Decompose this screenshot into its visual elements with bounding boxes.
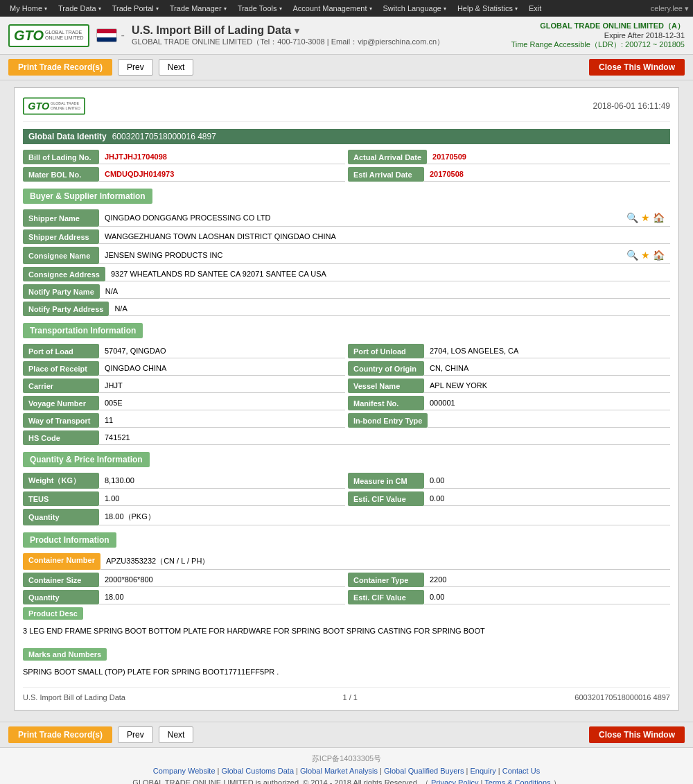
notify-party-address-label: Notify Party Address	[23, 302, 109, 316]
print-button-bottom[interactable]: Print Trade Record(s)	[8, 726, 112, 743]
footer-company-website[interactable]: Company Website	[153, 767, 216, 775]
transportation-section: Transportation Information Port of Load …	[23, 323, 670, 445]
notify-party-name-label: Notify Party Name	[23, 284, 100, 299]
container-size-field: Container Size 2000*806*800	[23, 573, 345, 587]
next-button-bottom[interactable]: Next	[159, 726, 194, 743]
shipper-star-icon[interactable]: ★	[641, 212, 650, 223]
shipper-search-icon[interactable]: 🔍	[626, 212, 638, 223]
site-footer: 苏ICP备14033305号 Company Website | Global …	[0, 747, 693, 784]
mater-bol-row: Mater BOL No. CMDUQDJH014973 Esti Arriva…	[23, 167, 670, 182]
measure-cm-label: Measure in CM	[348, 473, 424, 489]
close-button-bottom[interactable]: Close This Window	[589, 726, 685, 743]
port-of-unload-value: 2704, LOS ANGELES, CA	[424, 344, 670, 358]
port-of-load-value: 57047, QINGDAO	[99, 344, 345, 358]
container-number-row: Container Number APZU3353232（CN / L / PH…	[23, 553, 670, 570]
bol-row: Bill of Lading No. JHJTJHJ1704098 Actual…	[23, 150, 670, 164]
footer-enquiry[interactable]: Enquiry	[470, 767, 495, 775]
nav-help-statistics[interactable]: Help & Statistics ▾	[452, 0, 523, 17]
nav-switch-language[interactable]: Switch Language ▾	[378, 0, 452, 17]
voyage-manifest-row: Voyage Number 005E Manifest No. 000001	[23, 396, 670, 410]
voyage-number-label: Voyage Number	[23, 396, 99, 410]
footer-global-market-analysis[interactable]: Global Market Analysis	[300, 767, 378, 775]
notify-party-name-row: Notify Party Name N/A	[23, 284, 670, 299]
page-title: U.S. Import Bill of Lading Data ▾	[132, 24, 504, 37]
inbond-entry-type-label: In-bond Entry Type	[348, 413, 428, 428]
place-of-receipt-field: Place of Receipt QINGDAO CHINA	[23, 361, 345, 376]
time-range: Time Range Accessible（LDR）: 200712 ~ 201…	[511, 40, 685, 50]
nav-exit[interactable]: Exit	[523, 0, 547, 17]
footer-global-qualified-buyers[interactable]: Global Qualified Buyers	[384, 767, 464, 775]
port-load-unload-row: Port of Load 57047, QINGDAO Port of Unlo…	[23, 344, 670, 358]
close-button-top[interactable]: Close This Window	[589, 59, 685, 76]
hs-code-label: HS Code	[23, 430, 99, 445]
nav-account-management-arrow: ▾	[369, 6, 372, 12]
shipper-home-icon[interactable]: 🏠	[653, 212, 665, 223]
bill-of-lading-value: JHJTJHJ1704098	[99, 150, 345, 164]
carrier-value: JHJT	[99, 378, 345, 393]
nav-trade-portal[interactable]: Trade Portal ▾	[107, 0, 164, 17]
nav-trade-tools[interactable]: Trade Tools ▾	[232, 0, 288, 17]
consignee-home-icon[interactable]: 🏠	[653, 250, 665, 261]
quantity-price-header: Quantity & Price Information	[23, 452, 150, 467]
company-name: GLOBAL TRADE ONLINE LIMITED（A）	[511, 21, 685, 31]
separator: -	[121, 29, 125, 42]
container-number-label: Container Number	[23, 553, 100, 570]
nav-trade-manager-arrow: ▾	[224, 6, 227, 12]
nav-trade-tools-arrow: ▾	[279, 6, 282, 12]
footer-terms-conditions[interactable]: Terms & Conditions	[484, 778, 550, 784]
footer-contact-us[interactable]: Contact Us	[502, 767, 540, 775]
esti-arrival-value: 20170508	[424, 167, 670, 182]
nav-trade-data-arrow: ▾	[98, 6, 101, 12]
nav-my-home[interactable]: My Home ▾	[4, 0, 53, 17]
card-footer-right: 600320170518000016 4897	[574, 693, 670, 702]
gto-letters: GTO	[14, 28, 44, 44]
port-of-unload-field: Port of Unload 2704, LOS ANGELES, CA	[348, 344, 670, 358]
inbond-entry-type-value	[428, 413, 670, 428]
print-button-top[interactable]: Print Trade Record(s)	[8, 59, 112, 76]
record-card: GTO GLOBAL TRADEONLINE LIMITED 2018-06-0…	[14, 87, 679, 711]
actual-arrival-value: 20170509	[427, 150, 670, 164]
consignee-name-value: JENSEN SWING PRODUCTS INC 🔍 ★ 🏠	[99, 247, 670, 264]
measure-cm-field: Measure in CM 0.00	[348, 473, 670, 489]
marks-label: Marks and Numbers	[23, 648, 107, 661]
us-flag-icon	[96, 28, 117, 42]
teus-cif-row: TEUS 1.00 Esti. CIF Value 0.00	[23, 491, 670, 506]
user-display: celery.lee ▾	[651, 4, 689, 13]
consignee-search-icon[interactable]: 🔍	[626, 250, 638, 261]
footer-privacy-policy[interactable]: Privacy Policy	[431, 778, 478, 784]
gto-sub-text: GLOBAL TRADEONLINE LIMITED	[45, 30, 84, 42]
weight-field: Weight（KG） 8,130.00	[23, 473, 345, 489]
notify-party-name-value: N/A	[100, 284, 670, 299]
vessel-name-label: Vessel Name	[348, 378, 424, 393]
global-data-identity-value: 600320170518000016 4897	[112, 132, 216, 141]
weight-label: Weight（KG）	[23, 473, 99, 489]
container-type-label: Container Type	[348, 573, 424, 587]
next-button-top[interactable]: Next	[159, 59, 194, 76]
voyage-number-field: Voyage Number 005E	[23, 396, 345, 410]
nav-trade-data[interactable]: Trade Data ▾	[53, 0, 107, 17]
nav-help-statistics-arrow: ▾	[515, 6, 518, 12]
bottom-toolbar: Print Trade Record(s) Prev Next Close Th…	[0, 722, 693, 747]
footer-global-customs-data[interactable]: Global Customs Data	[222, 767, 295, 775]
product-info-section: Product Information Container Number APZ…	[23, 532, 670, 680]
prev-button-bottom[interactable]: Prev	[118, 726, 153, 743]
product-quantity-label: Quantity	[23, 590, 99, 604]
port-of-load-label: Port of Load	[23, 344, 99, 358]
carrier-vessel-row: Carrier JHJT Vessel Name APL NEW YORK	[23, 378, 670, 393]
product-quantity-field: Quantity 18.00	[23, 590, 345, 604]
card-footer-center: 1 / 1	[342, 693, 357, 702]
container-size-value: 2000*806*800	[99, 573, 345, 587]
product-quantity-value: 18.00	[99, 590, 345, 604]
nav-account-management[interactable]: Account Management ▾	[288, 0, 378, 17]
esti-cif-value: 0.00	[424, 491, 670, 506]
shipper-icons: 🔍 ★ 🏠	[626, 212, 665, 223]
quantity-label: Quantity	[23, 509, 99, 525]
esti-cif-label: Esti. CIF Value	[348, 491, 424, 506]
nav-trade-manager[interactable]: Trade Manager ▾	[164, 0, 232, 17]
esti-cif-field: Esti. CIF Value 0.00	[348, 491, 670, 506]
main-content: GTO GLOBAL TRADEONLINE LIMITED 2018-06-0…	[0, 80, 693, 722]
prev-button-top[interactable]: Prev	[118, 59, 153, 76]
footer-copyright: GLOBAL TRADE ONLINE LIMITED is authorize…	[6, 778, 687, 784]
consignee-star-icon[interactable]: ★	[641, 250, 650, 261]
global-data-identity-label: Global Data Identity	[28, 132, 107, 141]
